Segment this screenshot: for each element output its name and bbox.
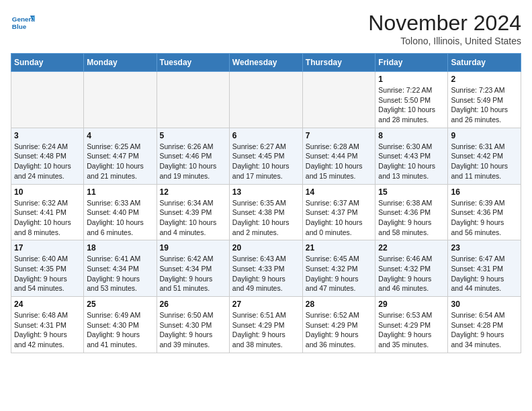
day-number: 10 bbox=[14, 187, 81, 197]
day-number: 17 bbox=[14, 243, 81, 253]
day-number: 20 bbox=[232, 243, 300, 253]
calendar-cell: 13Sunrise: 6:35 AMSunset: 4:38 PMDayligh… bbox=[229, 184, 302, 240]
calendar-cell: 17Sunrise: 6:40 AMSunset: 4:35 PMDayligh… bbox=[11, 240, 84, 297]
day-number: 26 bbox=[160, 300, 226, 309]
calendar-cell: 12Sunrise: 6:34 AMSunset: 4:39 PMDayligh… bbox=[157, 184, 229, 240]
calendar-cell: 26Sunrise: 6:50 AMSunset: 4:30 PMDayligh… bbox=[157, 297, 229, 353]
day-number: 14 bbox=[306, 187, 373, 197]
day-number: 9 bbox=[451, 131, 518, 140]
calendar-cell bbox=[302, 72, 375, 128]
day-info: Sunrise: 6:50 AMSunset: 4:30 PMDaylight:… bbox=[160, 310, 226, 350]
day-header-friday: Friday bbox=[375, 54, 448, 72]
day-header-sunday: Sunday bbox=[11, 54, 84, 72]
calendar-week-row: 1Sunrise: 7:22 AMSunset: 5:50 PMDaylight… bbox=[11, 72, 521, 128]
day-info: Sunrise: 6:33 AMSunset: 4:40 PMDaylight:… bbox=[87, 198, 153, 238]
calendar-cell: 15Sunrise: 6:38 AMSunset: 4:36 PMDayligh… bbox=[375, 184, 448, 240]
calendar-week-row: 24Sunrise: 6:48 AMSunset: 4:31 PMDayligh… bbox=[11, 297, 521, 353]
day-info: Sunrise: 6:27 AMSunset: 4:45 PMDaylight:… bbox=[232, 142, 300, 181]
day-info: Sunrise: 6:35 AMSunset: 4:38 PMDaylight:… bbox=[232, 198, 300, 238]
day-number: 27 bbox=[232, 300, 300, 309]
day-number: 2 bbox=[451, 75, 518, 84]
calendar-cell: 19Sunrise: 6:42 AMSunset: 4:34 PMDayligh… bbox=[157, 240, 229, 297]
calendar-week-row: 17Sunrise: 6:40 AMSunset: 4:35 PMDayligh… bbox=[11, 240, 521, 297]
day-number: 16 bbox=[451, 187, 518, 197]
day-info: Sunrise: 6:52 AMSunset: 4:29 PMDaylight:… bbox=[306, 310, 373, 350]
day-number: 30 bbox=[451, 300, 518, 309]
day-header-tuesday: Tuesday bbox=[157, 54, 229, 72]
day-info: Sunrise: 6:25 AMSunset: 4:47 PMDaylight:… bbox=[87, 142, 153, 181]
page-header: General Blue November 2024 Tolono, Illin… bbox=[11, 11, 521, 46]
day-info: Sunrise: 6:42 AMSunset: 4:34 PMDaylight:… bbox=[160, 254, 226, 293]
calendar-cell: 16Sunrise: 6:39 AMSunset: 4:36 PMDayligh… bbox=[448, 184, 521, 240]
day-info: Sunrise: 6:54 AMSunset: 4:28 PMDaylight:… bbox=[451, 310, 518, 350]
day-number: 24 bbox=[14, 300, 81, 309]
calendar-cell: 29Sunrise: 6:53 AMSunset: 4:29 PMDayligh… bbox=[375, 297, 448, 353]
calendar-cell: 27Sunrise: 6:51 AMSunset: 4:29 PMDayligh… bbox=[229, 297, 302, 353]
location: Tolono, Illinois, United States bbox=[368, 36, 521, 46]
calendar-cell bbox=[229, 72, 302, 128]
day-header-thursday: Thursday bbox=[302, 54, 375, 72]
calendar-cell: 6Sunrise: 6:27 AMSunset: 4:45 PMDaylight… bbox=[229, 128, 302, 184]
month-title: November 2024 bbox=[368, 11, 521, 36]
day-info: Sunrise: 6:43 AMSunset: 4:33 PMDaylight:… bbox=[232, 254, 300, 293]
calendar-cell: 21Sunrise: 6:45 AMSunset: 4:32 PMDayligh… bbox=[302, 240, 375, 297]
calendar-cell bbox=[11, 72, 84, 128]
logo: General Blue bbox=[11, 11, 35, 35]
calendar-week-row: 10Sunrise: 6:32 AMSunset: 4:41 PMDayligh… bbox=[11, 184, 521, 240]
calendar-cell: 4Sunrise: 6:25 AMSunset: 4:47 PMDaylight… bbox=[84, 128, 157, 184]
day-info: Sunrise: 6:26 AMSunset: 4:46 PMDaylight:… bbox=[160, 142, 226, 181]
day-info: Sunrise: 6:47 AMSunset: 4:31 PMDaylight:… bbox=[451, 254, 518, 293]
calendar-cell: 2Sunrise: 7:23 AMSunset: 5:49 PMDaylight… bbox=[448, 72, 521, 128]
day-info: Sunrise: 6:38 AMSunset: 4:36 PMDaylight:… bbox=[378, 198, 445, 238]
calendar-cell: 14Sunrise: 6:37 AMSunset: 4:37 PMDayligh… bbox=[302, 184, 375, 240]
calendar-cell: 22Sunrise: 6:46 AMSunset: 4:32 PMDayligh… bbox=[375, 240, 448, 297]
day-number: 3 bbox=[14, 131, 81, 140]
calendar-cell: 1Sunrise: 7:22 AMSunset: 5:50 PMDaylight… bbox=[375, 72, 448, 128]
day-number: 11 bbox=[87, 187, 153, 197]
day-number: 12 bbox=[160, 187, 226, 197]
day-info: Sunrise: 6:41 AMSunset: 4:34 PMDaylight:… bbox=[87, 254, 153, 293]
title-block: November 2024 Tolono, Illinois, United S… bbox=[368, 11, 521, 46]
day-number: 7 bbox=[306, 131, 373, 140]
day-info: Sunrise: 7:22 AMSunset: 5:50 PMDaylight:… bbox=[378, 85, 445, 125]
day-number: 1 bbox=[378, 75, 445, 84]
day-number: 8 bbox=[378, 131, 445, 140]
day-info: Sunrise: 6:31 AMSunset: 4:42 PMDaylight:… bbox=[451, 142, 518, 181]
calendar-cell: 7Sunrise: 6:28 AMSunset: 4:44 PMDaylight… bbox=[302, 128, 375, 184]
day-number: 15 bbox=[378, 187, 445, 197]
day-number: 6 bbox=[232, 131, 300, 140]
day-info: Sunrise: 6:37 AMSunset: 4:37 PMDaylight:… bbox=[306, 198, 373, 238]
calendar-cell: 24Sunrise: 6:48 AMSunset: 4:31 PMDayligh… bbox=[11, 297, 84, 353]
day-number: 13 bbox=[232, 187, 300, 197]
day-info: Sunrise: 6:34 AMSunset: 4:39 PMDaylight:… bbox=[160, 198, 226, 238]
day-number: 28 bbox=[306, 300, 373, 309]
day-number: 22 bbox=[378, 243, 445, 253]
day-number: 29 bbox=[378, 300, 445, 309]
calendar-cell: 10Sunrise: 6:32 AMSunset: 4:41 PMDayligh… bbox=[11, 184, 84, 240]
calendar-cell: 9Sunrise: 6:31 AMSunset: 4:42 PMDaylight… bbox=[448, 128, 521, 184]
day-header-monday: Monday bbox=[84, 54, 157, 72]
day-number: 21 bbox=[306, 243, 373, 253]
day-info: Sunrise: 6:24 AMSunset: 4:48 PMDaylight:… bbox=[14, 142, 81, 181]
day-number: 18 bbox=[87, 243, 153, 253]
day-info: Sunrise: 6:39 AMSunset: 4:36 PMDaylight:… bbox=[451, 198, 518, 238]
day-number: 23 bbox=[451, 243, 518, 253]
day-header-wednesday: Wednesday bbox=[229, 54, 302, 72]
calendar-cell: 18Sunrise: 6:41 AMSunset: 4:34 PMDayligh… bbox=[84, 240, 157, 297]
calendar-cell: 25Sunrise: 6:49 AMSunset: 4:30 PMDayligh… bbox=[84, 297, 157, 353]
calendar-cell: 28Sunrise: 6:52 AMSunset: 4:29 PMDayligh… bbox=[302, 297, 375, 353]
day-number: 19 bbox=[160, 243, 226, 253]
day-info: Sunrise: 6:32 AMSunset: 4:41 PMDaylight:… bbox=[14, 198, 81, 238]
calendar-cell: 8Sunrise: 6:30 AMSunset: 4:43 PMDaylight… bbox=[375, 128, 448, 184]
day-info: Sunrise: 6:45 AMSunset: 4:32 PMDaylight:… bbox=[306, 254, 373, 293]
calendar-cell: 20Sunrise: 6:43 AMSunset: 4:33 PMDayligh… bbox=[229, 240, 302, 297]
day-number: 4 bbox=[87, 131, 153, 140]
calendar-cell: 5Sunrise: 6:26 AMSunset: 4:46 PMDaylight… bbox=[157, 128, 229, 184]
calendar-cell bbox=[157, 72, 229, 128]
day-info: Sunrise: 6:51 AMSunset: 4:29 PMDaylight:… bbox=[232, 310, 300, 350]
day-number: 5 bbox=[160, 131, 226, 140]
day-number: 25 bbox=[87, 300, 153, 309]
day-info: Sunrise: 6:48 AMSunset: 4:31 PMDaylight:… bbox=[14, 310, 81, 350]
day-header-saturday: Saturday bbox=[448, 54, 521, 72]
day-info: Sunrise: 6:40 AMSunset: 4:35 PMDaylight:… bbox=[14, 254, 81, 293]
